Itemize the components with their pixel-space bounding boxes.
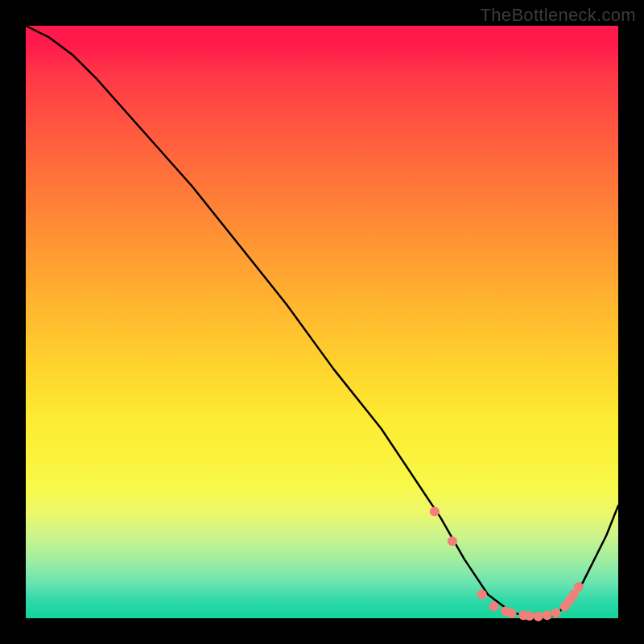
scatter-dot xyxy=(534,612,543,621)
scatter-dot xyxy=(477,590,487,600)
chart-plot-area xyxy=(26,26,618,618)
scatter-dot xyxy=(543,610,552,620)
scatter-dot xyxy=(448,536,457,546)
scatter-dot xyxy=(574,582,584,592)
chart-svg xyxy=(26,26,618,618)
watermark-text: TheBottleneck.com xyxy=(481,5,636,26)
scatter-dot xyxy=(525,611,535,621)
scatter-dot xyxy=(430,507,440,517)
chart-frame: TheBottleneck.com xyxy=(0,0,644,644)
scatter-dot xyxy=(507,609,517,618)
scatter-dot xyxy=(489,601,498,611)
scatter-dots xyxy=(430,507,584,621)
scatter-dot xyxy=(551,608,561,617)
curve-line xyxy=(26,26,618,618)
